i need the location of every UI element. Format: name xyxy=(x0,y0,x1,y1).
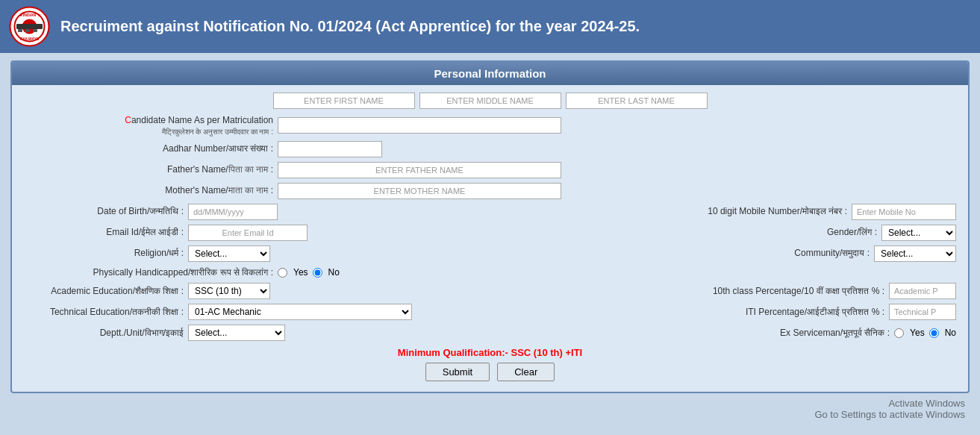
svg-rect-6 xyxy=(18,29,22,32)
clear-button[interactable]: Clear xyxy=(497,363,555,381)
mobile-input[interactable] xyxy=(852,204,956,220)
ex-yes-label: Yes xyxy=(910,328,925,338)
ex-serviceman-radio-group: Yes No xyxy=(894,328,956,338)
mother-label: Mother's Name/माता का नाम : xyxy=(165,185,273,195)
technical-row: Technical Education/तकनीकी शिक्षा : 01-A… xyxy=(24,304,956,320)
father-label: Father's Name/पिता का नाम : xyxy=(167,164,273,175)
middle-name-input[interactable] xyxy=(419,93,561,109)
father-input[interactable] xyxy=(278,162,561,178)
ph-no-radio[interactable] xyxy=(313,268,322,278)
candidate-name-input[interactable] xyxy=(278,117,561,134)
academic-edu-select[interactable]: SSC (10 th) xyxy=(188,283,270,299)
min-qual-text: Minimum Qualification:- SSC (10 th) +ITI xyxy=(24,347,956,358)
community-label: Community/समुदाय : xyxy=(794,248,870,258)
mother-input[interactable] xyxy=(278,183,561,199)
ph-label: Physically Handicapped/शारीरिक रूप से वि… xyxy=(93,267,273,278)
technical-edu-select[interactable]: 01-AC Mechanic xyxy=(188,304,412,320)
name-row xyxy=(24,93,956,109)
gender-select[interactable]: Select... Male Female xyxy=(881,225,956,241)
email-label: Email Id/ईमेल आईडी : xyxy=(106,227,184,237)
mobile-label: 10 digit Mobile Number/मोबाइल नंबर : xyxy=(708,206,847,216)
aadhar-row: Aadhar Number/आधार संख्या : xyxy=(24,141,956,157)
email-gender-row: Email Id/ईमेल आईडी : Gender/लिंग : Selec… xyxy=(24,225,956,241)
main-container: Personal Information Candidate Name As p… xyxy=(0,53,980,404)
svg-text:★ INDIAN ★: ★ INDIAN ★ xyxy=(19,13,41,17)
submit-button[interactable]: Submit xyxy=(425,363,490,381)
religion-community-row: Religion/धर्म : Select... Hindu Muslim C… xyxy=(24,245,956,262)
form-body: Candidate Name As per Matriculation मैट्… xyxy=(12,85,968,392)
ph-yes-radio[interactable] xyxy=(278,268,287,278)
form-panel: Personal Information Candidate Name As p… xyxy=(10,60,970,393)
ph-yes-label: Yes xyxy=(293,267,308,278)
ex-yes-radio[interactable] xyxy=(894,328,904,338)
btn-row: Submit Clear xyxy=(24,363,956,381)
father-row: Father's Name/पिता का नाम : xyxy=(24,162,956,178)
first-name-input[interactable] xyxy=(273,93,415,109)
dept-select[interactable]: Select... xyxy=(188,325,285,341)
community-select[interactable]: Select... General OBC SC ST xyxy=(874,245,956,262)
gender-label: Gender/लिंग : xyxy=(827,227,877,237)
svg-rect-5 xyxy=(16,24,43,29)
academic-pct-label: 10th class Percentage/10 वीं कक्षा प्रति… xyxy=(713,286,884,296)
technical-edu-label: Technical Education/तकनीकी शिक्षा : xyxy=(50,307,184,317)
header: ★ INDIAN ★ RAILWAYS Recruiment against N… xyxy=(0,0,980,53)
dept-label: Deptt./Unit/विभाग/इकाई xyxy=(100,328,184,338)
page-title: Recruiment against Notification No. 01/2… xyxy=(60,18,640,35)
religion-select[interactable]: Select... Hindu Muslim Christian Sikh xyxy=(188,245,270,262)
email-input[interactable] xyxy=(188,225,308,241)
ph-row: Physically Handicapped/शारीरिक रूप से वि… xyxy=(24,266,956,279)
dob-input[interactable] xyxy=(188,204,278,220)
ph-radio-group: Yes No xyxy=(278,267,340,278)
academic-edu-label: Academic Education/शैक्षणिक शिक्षा : xyxy=(51,286,184,296)
academic-row: Academic Education/शैक्षणिक शिक्षा : SSC… xyxy=(24,283,956,299)
iti-pct-label: ITI Percentage/आईटीआई प्रतिशत % : xyxy=(746,307,884,317)
svg-rect-8 xyxy=(33,29,37,32)
svg-text:RAILWAYS: RAILWAYS xyxy=(20,37,40,41)
religion-label: Religion/धर्म : xyxy=(134,248,184,258)
iti-pct-input[interactable] xyxy=(889,304,956,320)
candidate-label-rest: andidate Name As per Matriculation xyxy=(131,115,273,125)
ph-no-label: No xyxy=(328,267,340,278)
candidate-name-hindi: मैट्रिकुलेशन के अनुसार उम्मीदवार का नाम … xyxy=(24,127,273,137)
aadhar-input[interactable] xyxy=(278,141,382,157)
candidate-red-c: C xyxy=(125,115,131,125)
last-name-input[interactable] xyxy=(566,93,708,109)
dob-label: Date of Birth/जन्मतिथि : xyxy=(97,206,184,216)
railway-logo: ★ INDIAN ★ RAILWAYS xyxy=(9,6,50,47)
svg-rect-7 xyxy=(25,29,30,32)
candidate-name-row: Candidate Name As per Matriculation मैट्… xyxy=(24,115,956,137)
section-title: Personal Information xyxy=(12,62,968,85)
dept-exservice-row: Deptt./Unit/विभाग/इकाई Select... Ex Serv… xyxy=(24,325,956,341)
activate-windows-line2: Go to Settings to activate Windows xyxy=(814,409,965,420)
dob-mobile-row: Date of Birth/जन्मतिथि : 10 digit Mobile… xyxy=(24,204,956,220)
aadhar-label: Aadhar Number/आधार संख्या : xyxy=(163,143,273,154)
candidate-name-label: Candidate Name As per Matriculation xyxy=(24,115,273,127)
ex-serviceman-label: Ex Serviceman/भूतपूर्व सैनिक : xyxy=(780,328,890,338)
mother-row: Mother's Name/माता का नाम : xyxy=(24,183,956,199)
ex-no-radio[interactable] xyxy=(929,328,939,338)
academic-pct-input[interactable] xyxy=(889,283,956,299)
ex-no-label: No xyxy=(945,328,956,338)
